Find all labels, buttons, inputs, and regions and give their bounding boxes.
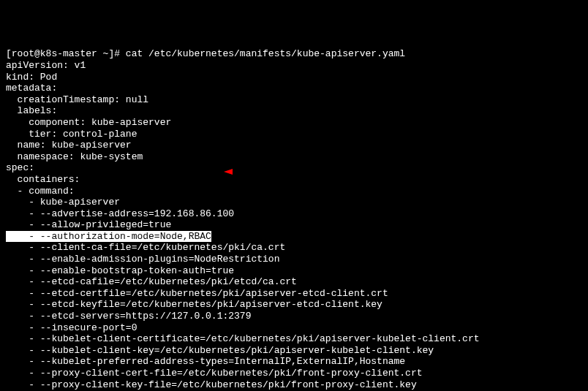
terminal-line: - command: <box>6 186 582 197</box>
terminal-line: - --proxy-client-cert-file=/etc/kubernet… <box>6 368 582 379</box>
highlighted-line: - --authorization-mode=Node,RBAC <box>6 231 582 243</box>
terminal-line: - --etcd-cafile=/etc/kubernetes/pki/etcd… <box>6 276 582 288</box>
terminal-line: - --advertise-address=192.168.86.100 <box>6 208 582 220</box>
terminal-line: - --enable-admission-plugins=NodeRestric… <box>6 254 582 265</box>
highlighted-config-line: - --authorization-mode=Node,RBAC <box>6 231 211 242</box>
terminal-line: - --enable-bootstrap-token-auth=true <box>6 265 582 277</box>
terminal-line: - --etcd-certfile=/etc/kubernetes/pki/ap… <box>6 288 582 300</box>
terminal-output: [root@k8s-master ~]# cat /etc/kubernetes… <box>6 48 582 391</box>
terminal-line: name: kube-apiserver <box>6 140 582 151</box>
terminal-line: - kube-apiserver <box>6 197 582 208</box>
terminal-line: kind: Pod <box>6 72 582 83</box>
terminal-line: - --allow-privileged=true <box>6 219 582 231</box>
terminal-line: creationTimestamp: null <box>6 94 582 106</box>
terminal-line: tier: control-plane <box>6 129 582 140</box>
terminal-line: - --insecure-port=0 <box>6 322 582 334</box>
terminal-line: - --proxy-client-key-file=/etc/kubernete… <box>6 379 582 391</box>
shell-prompt-line: [root@k8s-master ~]# cat /etc/kubernetes… <box>6 48 582 60</box>
terminal-line: - --kubelet-client-certificate=/etc/kube… <box>6 333 582 345</box>
terminal-line: namespace: kube-system <box>6 151 582 163</box>
terminal-line: - --etcd-keyfile=/etc/kubernetes/pki/api… <box>6 299 582 311</box>
terminal-line: - --etcd-servers=https://127.0.0.1:2379 <box>6 311 582 322</box>
terminal-line: metadata: <box>6 83 582 94</box>
terminal-line: labels: <box>6 105 582 117</box>
terminal-line: containers: <box>6 174 582 186</box>
terminal-line: component: kube-apiserver <box>6 117 582 129</box>
terminal-line: - --kubelet-client-key=/etc/kubernetes/p… <box>6 345 582 357</box>
terminal-line: - --client-ca-file=/etc/kubernetes/pki/c… <box>6 242 582 254</box>
terminal-line: - --kubelet-preferred-address-types=Inte… <box>6 356 582 368</box>
terminal-line: apiVersion: v1 <box>6 60 582 72</box>
terminal-line: spec: <box>6 162 582 174</box>
